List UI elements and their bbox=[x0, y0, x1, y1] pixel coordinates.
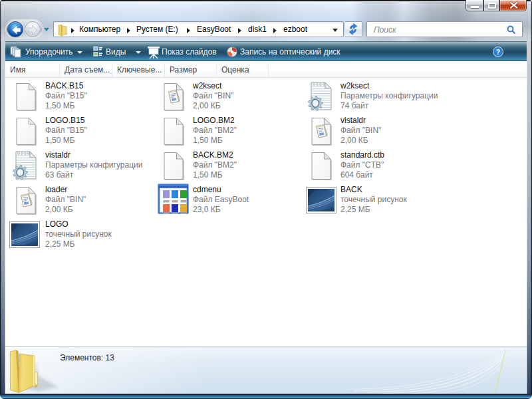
svg-text:?: ? bbox=[496, 49, 500, 56]
